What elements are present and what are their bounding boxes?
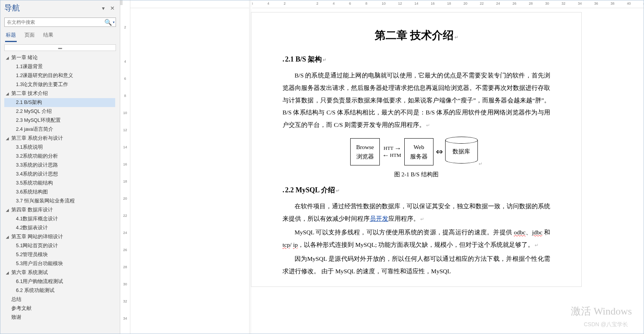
horizontal-ruler[interactable]: 6422468101214161820222426283032343638404…: [130, 0, 644, 8]
outline-item[interactable]: 6.1用户购物流程测试: [4, 277, 115, 286]
outline-item-label: 5.2管理员模块: [16, 251, 48, 258]
tab-headings[interactable]: 标题: [5, 30, 17, 42]
diagram-browser-box: Browse 浏览器: [350, 138, 380, 165]
outline-item[interactable]: 2.4 java语言简介: [4, 125, 115, 134]
caret-icon: ◢: [6, 235, 11, 239]
ruler-tick: 4: [267, 2, 269, 5]
diagram-arrows-http: HTT→ ←HTM: [380, 144, 404, 160]
outline-item-label: 总结: [11, 296, 21, 303]
outline-item[interactable]: 3.2系统功能的分析: [4, 152, 115, 161]
ruler-tick: 8: [365, 2, 367, 5]
outline-item[interactable]: 3.1系统说明: [4, 143, 115, 152]
ruler-tick: 36: [594, 2, 598, 5]
outline-item[interactable]: 3.3系统的设计思路: [4, 161, 115, 170]
nav-close-icon[interactable]: ✕: [109, 5, 116, 12]
ruler-tick: 4: [120, 60, 130, 63]
outline-item[interactable]: 总结: [4, 295, 115, 304]
outline-item[interactable]: 致谢: [4, 313, 115, 322]
outline-item-label: 第五章 网站的详细设计: [11, 234, 63, 240]
ruler-tick: 2: [284, 2, 286, 5]
ruler-tick: 18: [120, 179, 130, 183]
outline-item[interactable]: ◢第四章 数据库设计: [4, 206, 115, 214]
tab-results[interactable]: 结果: [42, 30, 54, 42]
search-button[interactable]: 🔍▾: [103, 18, 116, 26]
outline-item-label: 第三章 系统分析与设计: [11, 135, 63, 142]
ruler-tick: 10: [382, 2, 386, 5]
outline-item-label: 第六章 系统测试: [11, 269, 48, 276]
section-2-2-paragraph-3: 因为MySQL 是源代码对外开放的，所以任何人都可以通过相应的方法下载，并根据个…: [283, 253, 550, 278]
outline-item[interactable]: 2.1 B/S架构: [4, 98, 115, 107]
tab-stop-indicator: [120, 0, 123, 5]
ruler-tick: 28: [120, 265, 130, 269]
outline-item[interactable]: 1.1课题背景: [4, 62, 115, 71]
ruler-tick: 14: [414, 2, 418, 5]
outline-item[interactable]: ◢第六章 系统测试: [4, 268, 115, 277]
outline-item[interactable]: ◢第一章 绪论: [4, 53, 115, 62]
outline-item[interactable]: 3.7 恒兴服装网站业务流程: [4, 197, 115, 206]
outline-item[interactable]: 5.2管理员模块: [4, 250, 115, 259]
outline-item[interactable]: 2.2 MySQL 介绍: [4, 107, 115, 116]
outline-item-label: 3.7 恒兴服装网站业务流程: [16, 198, 75, 204]
outline-item[interactable]: ◢第二章 技术介绍: [4, 89, 115, 98]
outline-item[interactable]: 6.2 系统功能测试: [4, 286, 115, 295]
search-icon: 🔍: [104, 19, 112, 26]
vertical-ruler[interactable]: 246810121416182022242628303234: [120, 0, 130, 334]
outline-item[interactable]: 3.6系统结构图: [4, 188, 115, 197]
tab-pages[interactable]: 页面: [24, 30, 35, 42]
outline-item-label: 2.1 B/S架构: [16, 99, 42, 106]
chevron-down-icon: ▾: [113, 20, 115, 24]
ruler-tick: 2: [120, 25, 130, 29]
outline-item-label: 4.1数据库概念设计: [16, 216, 58, 222]
document-page[interactable]: 第二章 技术介绍↵ .2.1 B/S 架构↵ B/S 的系统是通过能上网的电脑就…: [251, 12, 582, 287]
ruler-tick: 38: [611, 2, 614, 5]
outline-item[interactable]: 4.1数据库概念设计: [4, 214, 115, 223]
ruler-tick: 42: [643, 2, 644, 5]
outline-item-label: 3.4系统的设计思想: [16, 171, 58, 178]
section-2-1-title: .2.1 B/S 架构↵: [283, 54, 550, 64]
collapse-all-button[interactable]: ▬: [4, 44, 116, 51]
outline-item[interactable]: 4.2数据表设计: [4, 223, 115, 232]
ruler-tick: 16: [431, 2, 435, 5]
outline-item[interactable]: 1.2课题研究的目的和意义: [4, 71, 115, 80]
outline-item-label: 3.5系统功能结构: [16, 180, 53, 186]
outline-item-label: 第二章 技术介绍: [11, 90, 48, 97]
outline-item-label: 第四章 数据库设计: [11, 207, 53, 213]
hyperlink-text[interactable]: 员开发: [370, 215, 388, 222]
ruler-tick: 6: [120, 77, 130, 81]
outline-item-label: 致谢: [11, 314, 21, 321]
nav-dropdown-icon[interactable]: ▾: [100, 5, 107, 12]
ruler-tick: 16: [120, 162, 130, 166]
ruler-tick: 22: [120, 214, 130, 218]
outline-item[interactable]: ◢第五章 网站的详细设计: [4, 232, 115, 241]
chapter-title: 第二章 技术介绍↵: [283, 28, 550, 43]
search-input[interactable]: [5, 18, 103, 26]
outline-item[interactable]: ◢第三章 系统分析与设计: [4, 134, 115, 143]
section-2-1-paragraph: B/S 的系统是通过能上网的电脑就可以使用，它最大的优点是不需要安装专门的软件，…: [283, 69, 550, 131]
ruler-tick: 26: [120, 248, 130, 252]
outline-item[interactable]: 2.3 MySQL环境配置: [4, 116, 115, 125]
outline-item[interactable]: 1.3论文所做的主要工作: [4, 80, 115, 89]
caret-icon: ◢: [6, 271, 11, 275]
outline-item-label: 3.3系统的设计思路: [16, 162, 58, 169]
ruler-tick: 32: [562, 2, 565, 5]
outline-item[interactable]: 参考文献: [4, 304, 115, 313]
outline-item[interactable]: 5.3用户后台功能模块: [4, 259, 115, 268]
outline-item[interactable]: 3.5系统功能结构: [4, 179, 115, 188]
ruler-tick: 24: [496, 2, 500, 5]
outline-item-label: 3.1系统说明: [16, 144, 43, 151]
section-2-2-paragraph-1: 在软件项目，通过经营性数据的数据库，可以保证其安全，独立和数据一致，访问数据的系…: [283, 200, 550, 225]
ruler-tick: 12: [398, 2, 402, 5]
outline-item-label: 2.3 MySQL环境配置: [16, 117, 61, 124]
diagram-webserver-box: Web 服务器: [404, 138, 433, 165]
outline-item-label: 3.6系统结构图: [16, 189, 48, 195]
outline-item[interactable]: 5.1网站首页的设计: [4, 241, 115, 250]
ruler-tick: 18: [447, 2, 451, 5]
section-2-2-title: .2.2 MySQL 介绍↵: [283, 185, 550, 195]
ruler-tick: 24: [120, 231, 130, 235]
outline-item[interactable]: 3.4系统的设计思想: [4, 170, 115, 179]
ruler-tick: 22: [480, 2, 484, 5]
ruler-tick: 2: [316, 2, 318, 5]
section-2-2-paragraph-2: MySQL 可以支持多线程，可以方便使用系统的资源，提高运行的速度。并提供 od…: [283, 226, 550, 251]
outline-item-label: 1.2课题研究的目的和意义: [16, 72, 73, 79]
ruler-tick: 34: [120, 316, 130, 320]
